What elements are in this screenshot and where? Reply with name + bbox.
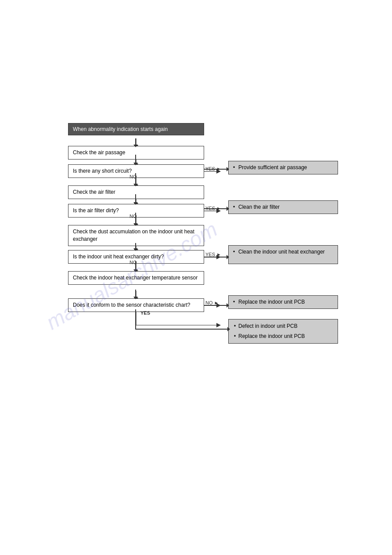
arrow-yes-4-horiz [135,329,229,330]
arrowhead-yes-4 [227,327,230,331]
start-box: When abnormality indication starts again [68,123,204,135]
arrow-no-2 [135,213,136,224]
arrowhead-no-4 [227,303,229,308]
arrowhead-step5-step6 [133,248,138,251]
arrowhead-step3-step4 [133,202,138,205]
arrow-step1-step2 [135,155,136,163]
arrow-no-3 [135,261,136,270]
check-dust-box: Check the dust accumulation on the indoo… [68,225,204,246]
arrow-yes-2 [204,208,228,209]
yes-label-4: YES [140,310,150,316]
action-clean-filter: Clean the air filter [228,200,338,214]
check-dust-label: Check the dust accumulation on the indoo… [68,225,204,246]
check-sensor-label: Check the indoor heat exchanger temperat… [68,271,204,285]
arrow-no-1 [135,173,136,185]
svg-marker-26 [216,323,221,327]
arrowhead-title-step1 [133,145,138,147]
sensor-conform-label: Does it conform to the sensor characteri… [68,298,204,312]
arrow-step3-step4 [135,194,136,203]
action-air-passage: Provide sufficient air passage [228,161,338,174]
arrowhead-step7-step8 [133,297,138,299]
action-defect-replace-labels: • Defect in indoor unit PCB • Replace th… [228,319,338,344]
arrow-no-4 [204,305,228,306]
sensor-conform-question: Does it conform to the sensor characteri… [68,298,204,312]
arrowhead-no-3 [133,269,138,272]
arrow-yes-3 [204,257,228,258]
arrowhead-step1-step2 [133,163,138,165]
arrowhead-no-2 [133,223,138,226]
arrowhead-yes-2 [227,207,229,211]
action-replace-pcb-yes-label: Replace the indoor unit PCB [238,333,305,339]
action-air-passage-label: Provide sufficient air passage [228,161,338,174]
arrowhead-no-1 [133,184,138,186]
action-clean-heat-exchanger: Clean the indoor unit heat exchanger [228,245,338,264]
start-box-label: When abnormality indication starts again [68,123,204,135]
arrowhead-yes-1 [227,167,229,171]
action-clean-heat-exchanger-label: Clean the indoor unit heat exchanger [228,245,338,264]
action-clean-filter-label: Clean the air filter [228,200,338,214]
action-defect-replace: • Defect in indoor unit PCB • Replace th… [228,319,338,344]
arrowhead-yes-3 [227,255,229,259]
arrow-yes-4-vert [135,309,136,330]
arrow-yes-1 [204,169,228,170]
action-defect-label: Defect in indoor unit PCB [238,323,298,329]
check-air-filter-label: Check the air filter [68,185,204,199]
action-replace-pcb-no: Replace the indoor unit PCB [228,295,338,309]
check-air-filter-box: Check the air filter [68,185,204,199]
action-replace-pcb-no-label: Replace the indoor unit PCB [228,295,338,309]
check-sensor-box: Check the indoor heat exchanger temperat… [68,271,204,285]
check-air-passage-box: Check the air passage [68,146,204,160]
check-air-passage-label: Check the air passage [68,146,204,160]
